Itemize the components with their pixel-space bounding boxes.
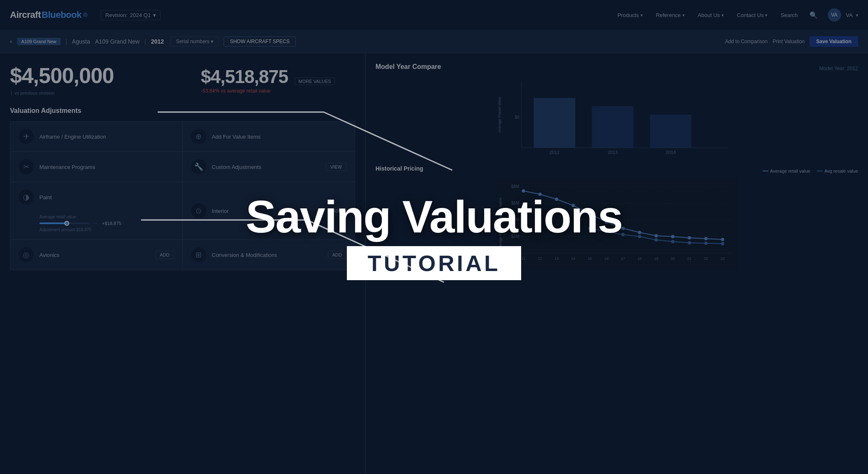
overlay: Saving Valuations TUTORIAL: [0, 0, 868, 474]
overlay-title-block: Saving Valuations TUTORIAL: [246, 194, 622, 280]
overlay-main-title: Saving Valuations: [246, 194, 622, 239]
overlay-sub-title: TUTORIAL: [347, 246, 521, 280]
